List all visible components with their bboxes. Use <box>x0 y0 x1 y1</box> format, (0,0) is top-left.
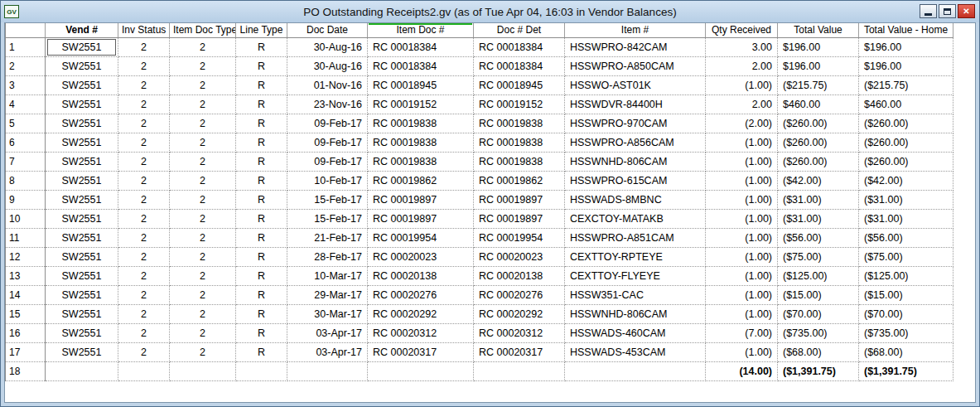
cell-item_doc[interactable]: RC 00019838 <box>368 152 474 171</box>
cell-item_doc[interactable]: RC 00019897 <box>368 209 474 228</box>
cell-total_home[interactable]: ($260.00) <box>859 133 953 152</box>
row-number[interactable]: 18 <box>6 361 46 380</box>
cell-total[interactable]: ($31.00) <box>778 190 859 209</box>
cell-line_type[interactable]: R <box>236 342 287 361</box>
column-header-line_type[interactable]: Line Type <box>236 23 287 37</box>
cell-vend[interactable]: SW2551 <box>46 323 118 342</box>
cell-item_doc_type[interactable]: 2 <box>170 285 236 304</box>
cell-total[interactable]: ($260.00) <box>778 152 859 171</box>
row-number[interactable]: 2 <box>6 56 46 75</box>
column-header-inv_status[interactable]: Inv Status <box>118 23 170 37</box>
cell-doc_det[interactable]: RC 00019838 <box>474 133 565 152</box>
cell-inv_status[interactable]: 2 <box>118 114 170 133</box>
cell-doc_date[interactable]: 29-Mar-17 <box>287 285 368 304</box>
cell-item_doc[interactable]: RC 00018384 <box>368 37 474 56</box>
cell-total_home[interactable]: ($68.00) <box>859 342 953 361</box>
cell-qty[interactable]: (1.00) <box>706 266 778 285</box>
row-number[interactable]: 17 <box>6 342 46 361</box>
cell-doc_det[interactable]: RC 00019862 <box>474 171 565 190</box>
row-number[interactable]: 9 <box>6 190 46 209</box>
cell-vend[interactable]: SW2551 <box>46 114 118 133</box>
cell-item[interactable]: HSSWADS-453CAM <box>565 342 706 361</box>
cell-total[interactable]: $196.00 <box>778 56 859 75</box>
cell-doc_date[interactable]: 09-Feb-17 <box>287 152 368 171</box>
cell-inv_status[interactable]: 2 <box>118 37 170 56</box>
cell-vend[interactable]: SW2551 <box>46 152 118 171</box>
cell-item[interactable]: HSSWPRO-A856CAM <box>565 133 706 152</box>
cell-line_type[interactable]: R <box>236 152 287 171</box>
cell-doc_date[interactable] <box>287 361 368 380</box>
cell-total_home[interactable]: ($70.00) <box>859 304 953 323</box>
cell-doc_det[interactable]: RC 00018384 <box>474 56 565 75</box>
cell-inv_status[interactable]: 2 <box>118 56 170 75</box>
row-number[interactable]: 11 <box>6 228 46 247</box>
cell-doc_det[interactable]: RC 00019152 <box>474 94 565 114</box>
cell-doc_date[interactable]: 03-Apr-17 <box>287 323 368 342</box>
cell-total_home[interactable]: ($215.75) <box>859 75 953 94</box>
cell-item_doc_type[interactable]: 2 <box>170 37 236 56</box>
cell-qty[interactable]: (1.00) <box>706 171 778 190</box>
cell-line_type[interactable]: R <box>236 37 287 56</box>
cell-total_home[interactable]: $460.00 <box>859 94 953 114</box>
cell-total[interactable]: ($42.00) <box>778 171 859 190</box>
cell-item_doc[interactable]: RC 00020023 <box>368 247 474 266</box>
cell-total_home[interactable]: ($75.00) <box>859 247 953 266</box>
cell-item[interactable]: CEXTTOY-RPTEYE <box>565 247 706 266</box>
cell-item_doc_type[interactable]: 2 <box>170 190 236 209</box>
cell-doc_date[interactable]: 21-Feb-17 <box>287 228 368 247</box>
cell-total[interactable]: ($75.00) <box>778 247 859 266</box>
cell-doc_det[interactable]: RC 00020312 <box>474 323 565 342</box>
cell-line_type[interactable]: R <box>236 171 287 190</box>
cell-line_type[interactable]: R <box>236 94 287 114</box>
column-header-item_doc_type[interactable]: Item Doc Type <box>170 23 236 37</box>
cell-item_doc[interactable]: RC 00019152 <box>368 94 474 114</box>
cell-item[interactable]: HSSWNHD-806CAM <box>565 152 706 171</box>
cell-item[interactable] <box>565 361 706 380</box>
cell-item[interactable]: HSSWO-AST01K <box>565 75 706 94</box>
row-number[interactable]: 7 <box>6 152 46 171</box>
cell-item_doc[interactable] <box>368 361 474 380</box>
cell-inv_status[interactable]: 2 <box>118 304 170 323</box>
cell-vend[interactable]: SW2551 <box>46 190 118 209</box>
cell-total_home[interactable]: ($31.00) <box>859 190 953 209</box>
cell-item_doc_type[interactable]: 2 <box>170 228 236 247</box>
cell-inv_status[interactable]: 2 <box>118 342 170 361</box>
cell-total[interactable]: ($56.00) <box>778 228 859 247</box>
cell-vend[interactable]: SW2551 <box>46 285 118 304</box>
cell-doc_date[interactable]: 23-Nov-16 <box>287 94 368 114</box>
cell-total_home[interactable]: ($56.00) <box>859 228 953 247</box>
cell-inv_status[interactable]: 2 <box>118 171 170 190</box>
cell-item_doc_type[interactable]: 2 <box>170 209 236 228</box>
cell-total[interactable]: ($125.00) <box>778 266 859 285</box>
cell-total_home[interactable]: ($260.00) <box>859 152 953 171</box>
cell-vend[interactable]: SW2551 <box>46 56 118 75</box>
cell-qty[interactable]: (14.00) <box>706 361 778 380</box>
cell-doc_date[interactable]: 01-Nov-16 <box>287 75 368 94</box>
cell-item[interactable]: HSSWPRO-A851CAM <box>565 228 706 247</box>
titlebar[interactable]: GV PO Outstanding Receipts2.gv (as of Tu… <box>1 1 979 22</box>
cell-qty[interactable]: (1.00) <box>706 209 778 228</box>
column-header-rownum[interactable] <box>6 23 46 37</box>
cell-inv_status[interactable]: 2 <box>118 94 170 114</box>
cell-total[interactable]: ($15.00) <box>778 285 859 304</box>
cell-item_doc_type[interactable]: 2 <box>170 152 236 171</box>
row-number[interactable]: 14 <box>6 285 46 304</box>
cell-item[interactable]: CEXTTOY-FLYEYE <box>565 266 706 285</box>
row-number[interactable]: 6 <box>6 133 46 152</box>
cell-vend[interactable]: SW2551 <box>46 247 118 266</box>
close-button[interactable]: ✕ <box>958 4 975 18</box>
cell-doc_date[interactable]: 28-Feb-17 <box>287 247 368 266</box>
cell-doc_det[interactable]: RC 00020138 <box>474 266 565 285</box>
cell-vend[interactable]: SW2551 <box>46 171 118 190</box>
cell-total[interactable]: ($68.00) <box>778 342 859 361</box>
cell-doc_det[interactable] <box>474 361 565 380</box>
cell-doc_det[interactable]: RC 00020292 <box>474 304 565 323</box>
cell-total[interactable]: ($31.00) <box>778 209 859 228</box>
cell-item[interactable]: HSSW351-CAC <box>565 285 706 304</box>
cell-line_type[interactable]: R <box>236 285 287 304</box>
row-number[interactable]: 4 <box>6 94 46 114</box>
cell-qty[interactable]: 3.00 <box>706 37 778 56</box>
column-header-item_doc[interactable]: Item Doc # <box>368 23 474 37</box>
cell-doc_det[interactable]: RC 00018384 <box>474 37 565 56</box>
cell-line_type[interactable] <box>236 361 287 380</box>
